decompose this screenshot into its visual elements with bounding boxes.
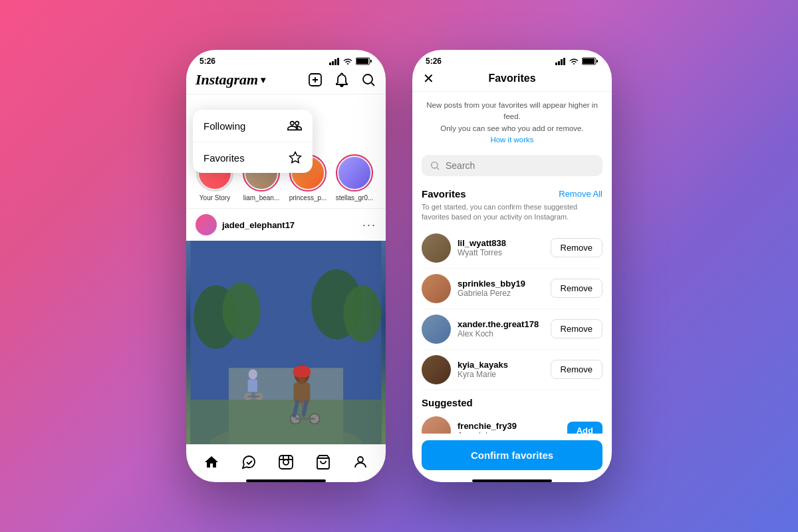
user-info-wyatt: lil_wyatt838 Wyatt Torres — [458, 238, 544, 257]
phone-2: 5:26 ✕ Favorites New posts — [412, 50, 612, 482]
wifi-icon — [342, 57, 353, 65]
remove-alex-button[interactable]: Remove — [551, 319, 602, 338]
favorites-section-title: Favorites — [422, 188, 466, 200]
search-icon — [430, 160, 440, 171]
nav-messenger-button[interactable] — [238, 452, 259, 473]
notifications-button[interactable] — [334, 72, 350, 88]
liam-story-label: liam_bean... — [243, 194, 279, 201]
svg-line-12 — [372, 83, 375, 86]
wifi-icon-2 — [569, 57, 579, 65]
svg-rect-53 — [597, 60, 598, 63]
user-name-gabriela: Gabriela Perez — [458, 289, 544, 298]
user-name-joseph: Joseph Lyons — [458, 431, 561, 434]
svg-rect-0 — [329, 63, 331, 65]
post-image — [186, 241, 386, 444]
svg-point-28 — [293, 365, 311, 378]
user-avatar-kyra — [422, 355, 451, 384]
shop-icon — [315, 454, 331, 470]
user-name-alex: Alex Koch — [458, 329, 544, 338]
svg-rect-29 — [293, 382, 310, 403]
svg-rect-21 — [191, 400, 382, 444]
post-user: jaded_elephant17 — [196, 214, 295, 235]
signal-icon — [329, 58, 340, 65]
search-button[interactable] — [360, 72, 376, 88]
suggested-section-title: Suggested — [422, 397, 473, 408]
svg-point-32 — [299, 377, 305, 384]
add-joseph-button[interactable]: Add — [567, 422, 602, 434]
stellas-story-avatar — [336, 154, 373, 192]
svg-rect-38 — [248, 379, 257, 392]
user-info-joseph: frenchie_fry39 Joseph Lyons — [458, 421, 561, 434]
svg-point-4 — [347, 63, 348, 65]
add-post-button[interactable] — [307, 72, 323, 88]
stellas-story-label: stellas_gr0... — [336, 194, 374, 201]
favorites-info-text: New posts from your favorites will appea… — [426, 101, 598, 132]
svg-rect-39 — [279, 456, 293, 469]
user-avatar-wyatt — [422, 233, 451, 263]
confirm-favorites-button[interactable]: Confirm favorites — [422, 440, 602, 470]
phone-1: 5:26 Instagram ▾ — [186, 50, 386, 482]
svg-rect-48 — [561, 59, 563, 65]
list-item: lil_wyatt838 Wyatt Torres Remove — [422, 228, 602, 269]
signal-icon-2 — [555, 58, 566, 65]
svg-marker-13 — [290, 152, 301, 163]
user-info-kyra: kyia_kayaks Kyra Marie — [458, 360, 544, 379]
remove-wyatt-button[interactable]: Remove — [551, 238, 602, 257]
svg-rect-52 — [583, 59, 595, 64]
following-label: Following — [203, 120, 245, 132]
user-avatar-alex — [422, 315, 451, 344]
bottom-nav — [186, 444, 386, 477]
battery-icon-2 — [582, 57, 598, 65]
feed-dropdown: Following Favorites — [193, 110, 313, 173]
post-username: jaded_elephant17 — [222, 220, 295, 230]
favorites-label: Favorites — [203, 152, 245, 164]
dropdown-favorites[interactable]: Favorites — [193, 142, 313, 173]
svg-rect-1 — [332, 61, 334, 65]
remove-gabriela-button[interactable]: Remove — [551, 279, 602, 298]
logo-text: Instagram — [196, 71, 258, 88]
home-icon — [203, 454, 219, 470]
search-box[interactable] — [422, 155, 602, 176]
battery-icon — [356, 57, 372, 65]
user-handle-gabriela: sprinkles_bby19 — [458, 279, 544, 289]
dropdown-following[interactable]: Following — [193, 110, 313, 142]
chevron-down-icon: ▾ — [261, 74, 265, 86]
svg-point-40 — [283, 460, 289, 465]
svg-point-11 — [363, 74, 372, 84]
close-button[interactable]: ✕ — [423, 70, 434, 86]
svg-point-37 — [249, 369, 257, 379]
svg-rect-6 — [356, 59, 368, 64]
remove-kyra-button[interactable]: Remove — [551, 360, 602, 379]
status-bar-1: 5:26 — [186, 50, 386, 68]
svg-point-16 — [222, 282, 260, 339]
instagram-logo[interactable]: Instagram ▾ — [196, 71, 265, 88]
nav-shop-button[interactable] — [313, 452, 334, 473]
post-header: jaded_elephant17 ··· — [186, 209, 386, 241]
story-stellas[interactable]: stellas_gr0... — [335, 154, 374, 201]
search-input[interactable] — [446, 160, 595, 171]
favorites-content: Favorites Remove All To get started, you… — [412, 182, 612, 434]
home-indicator-1 — [246, 479, 326, 482]
post-user-avatar — [196, 214, 217, 235]
messenger-icon — [241, 454, 257, 470]
nav-reels-button[interactable] — [275, 452, 297, 473]
list-item: kyia_kayaks Kyra Marie Remove — [422, 350, 602, 390]
svg-line-31 — [304, 402, 307, 414]
list-item: frenchie_fry39 Joseph Lyons Add — [422, 411, 602, 434]
post-options-button[interactable]: ··· — [362, 218, 376, 232]
nav-profile-button[interactable] — [350, 452, 371, 473]
svg-rect-7 — [370, 60, 372, 63]
svg-rect-47 — [558, 61, 560, 65]
star-icon — [289, 151, 302, 164]
user-info-gabriela: sprinkles_bby19 Gabriela Perez — [458, 279, 544, 298]
your-story-label: Your Story — [200, 194, 230, 201]
how-it-works-link[interactable]: How it works — [490, 136, 533, 144]
remove-all-button[interactable]: Remove All — [559, 189, 602, 199]
svg-rect-3 — [337, 58, 339, 65]
user-avatar-joseph — [422, 416, 451, 434]
svg-rect-49 — [563, 58, 565, 65]
svg-point-50 — [573, 63, 575, 65]
nav-home-button[interactable] — [201, 452, 222, 473]
add-person-icon — [287, 118, 302, 133]
svg-point-18 — [343, 285, 381, 342]
